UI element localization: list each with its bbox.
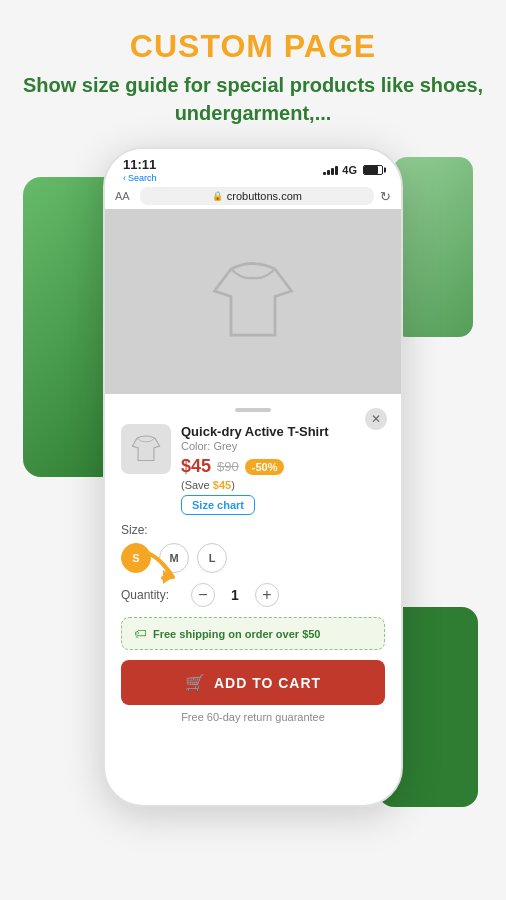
close-button[interactable]: ✕ <box>365 408 387 430</box>
thumb-tshirt-icon <box>128 431 164 467</box>
lock-icon: 🔒 <box>212 191 223 201</box>
discount-badge: -50% <box>245 459 285 475</box>
quantity-increase-button[interactable]: + <box>255 583 279 607</box>
product-details: Quick-dry Active T-Shirt Color: Grey $45… <box>181 424 385 515</box>
savings-text: (Save $45) <box>181 479 235 491</box>
bg-shape-right-top <box>393 157 473 337</box>
product-name: Quick-dry Active T-Shirt <box>181 424 385 439</box>
quantity-decrease-button[interactable]: − <box>191 583 215 607</box>
signal-bars <box>323 165 338 175</box>
shipping-banner: 🏷 Free shipping on order over $50 <box>121 617 385 650</box>
tag-icon: 🏷 <box>134 626 147 641</box>
size-option-s[interactable]: S <box>121 543 151 573</box>
price-row: $45 $90 -50% <box>181 456 385 477</box>
return-guarantee: Free 60-day return guarantee <box>121 711 385 723</box>
url-bar[interactable]: 🔒 crobuttons.com <box>140 187 374 205</box>
price-current: $45 <box>181 456 211 477</box>
size-section: Size: S M L <box>121 523 385 573</box>
aa-label: AA <box>115 190 130 202</box>
add-to-cart-label: ADD TO CART <box>214 675 321 691</box>
status-time: 11:11 <box>123 157 157 172</box>
product-color: Color: Grey <box>181 440 385 452</box>
product-info-row: Quick-dry Active T-Shirt Color: Grey $45… <box>121 424 385 515</box>
tshirt-image <box>198 247 308 357</box>
size-option-m[interactable]: M <box>159 543 189 573</box>
cart-icon: 🛒 <box>185 673 206 692</box>
product-image-area <box>105 209 401 394</box>
reload-icon[interactable]: ↻ <box>380 189 391 204</box>
url-text: crobuttons.com <box>227 190 302 202</box>
product-thumbnail <box>121 424 171 474</box>
status-bar: 11:11 ‹ Search 4G <box>105 149 401 185</box>
page-header: CUSTOM PAGE Show size guide for special … <box>0 0 506 137</box>
page-title: CUSTOM PAGE <box>20 28 486 65</box>
shipping-text: Free shipping on order over $50 <box>153 628 321 640</box>
size-options: S M L <box>121 543 385 573</box>
size-option-l[interactable]: L <box>197 543 227 573</box>
phone-wrapper: 11:11 ‹ Search 4G AA <box>53 147 453 827</box>
bottom-sheet: ✕ Quick-dry Active T-Shirt C <box>105 394 401 733</box>
status-back-label: Search <box>128 173 157 183</box>
quantity-section: Quantity: − 1 + <box>121 583 385 607</box>
quantity-controls: − 1 + <box>191 583 279 607</box>
price-original: $90 <box>217 459 239 474</box>
size-label: Size: <box>121 523 385 537</box>
quantity-value: 1 <box>225 587 245 603</box>
browser-bar: AA 🔒 crobuttons.com ↻ <box>105 185 401 209</box>
battery-icon <box>363 165 383 175</box>
sheet-handle <box>235 408 271 412</box>
add-to-cart-button[interactable]: 🛒 ADD TO CART <box>121 660 385 705</box>
size-chart-button[interactable]: Size chart <box>181 495 255 515</box>
phone-frame: 11:11 ‹ Search 4G AA <box>103 147 403 807</box>
savings-row: (Save $45) <box>181 479 385 491</box>
savings-amount: $45 <box>213 479 231 491</box>
status-icons: 4G <box>323 164 383 176</box>
network-label: 4G <box>342 164 357 176</box>
quantity-label: Quantity: <box>121 588 181 602</box>
page-subtitle: Show size guide for special products lik… <box>20 71 486 127</box>
